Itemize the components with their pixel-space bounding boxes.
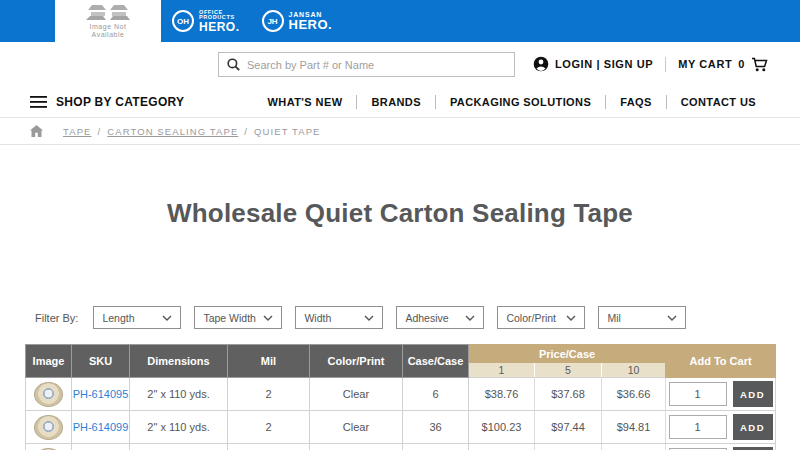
- filter-dropdown-tape-width[interactable]: Tape Width: [194, 306, 282, 329]
- office-products-hero-logo[interactable]: OH OFFICE PRODUCTS HERO.: [172, 10, 240, 33]
- filter-dropdown-mil[interactable]: Mil: [598, 306, 686, 329]
- dimensions-value: 2" x 110 yds.: [130, 411, 228, 444]
- nav-item-faqs[interactable]: FAQS: [606, 96, 666, 108]
- price-1-value: $100.23: [469, 411, 535, 444]
- breadcrumb-current: QUIET TAPE: [254, 126, 320, 137]
- nav-item-brands[interactable]: BRANDS: [357, 96, 434, 108]
- quantity-input[interactable]: [669, 415, 727, 439]
- filter-by-label: Filter By:: [35, 312, 78, 324]
- chevron-down-icon: [263, 315, 273, 321]
- hamburger-menu-icon: [30, 96, 47, 108]
- breadcrumb: TAPE / CARTON SEALING TAPE / QUIET TAPE: [0, 117, 800, 145]
- filter-dropdown-adhesive[interactable]: Adhesive: [396, 306, 484, 329]
- chevron-down-icon: [667, 315, 677, 321]
- search-input[interactable]: [247, 59, 506, 71]
- dimensions-value: 2" x 110 yds.: [130, 378, 228, 411]
- chevron-down-icon: [364, 315, 374, 321]
- search-box[interactable]: [218, 52, 515, 77]
- main-nav: SHOP BY CATEGORY WHAT'S NEW BRANDS PACKA…: [0, 86, 800, 117]
- col-header-add-to-cart: Add To Cart: [666, 345, 776, 378]
- case-case-value: 36: [403, 411, 469, 444]
- col-header-sku: SKU: [72, 345, 130, 378]
- filter-dropdown-label: Length: [102, 312, 134, 324]
- nav-item-contact-us[interactable]: CONTACT US: [667, 96, 770, 108]
- filter-dropdown-width[interactable]: Width: [295, 306, 383, 329]
- my-cart-link[interactable]: MY CART 0: [678, 57, 768, 72]
- oph-circle-icon: OH: [172, 10, 194, 32]
- filter-dropdown-label: Mil: [607, 312, 620, 324]
- breadcrumb-link-carton-sealing-tape[interactable]: CARTON SEALING TAPE: [107, 126, 238, 137]
- col-header-price-case: Price/Case: [469, 345, 666, 363]
- search-icon: [227, 58, 240, 71]
- company-logo[interactable]: Image Not Available: [55, 0, 161, 42]
- user-icon: [533, 56, 549, 72]
- logo-placeholder-line1: Image Not: [90, 23, 127, 31]
- price-10-value: $36.66: [602, 378, 666, 411]
- breadcrumb-link-tape[interactable]: TAPE: [63, 126, 92, 137]
- filter-dropdown-length[interactable]: Length: [93, 306, 181, 329]
- shop-by-category-button[interactable]: SHOP BY CATEGORY: [30, 95, 184, 109]
- color-print-value: Clear: [310, 378, 403, 411]
- price-1-value: $38.76: [469, 378, 535, 411]
- filter-dropdown-label: Tape Width: [203, 312, 256, 324]
- login-signup-link[interactable]: LOGIN | SIGN UP: [533, 56, 653, 72]
- jansan-hero-logo[interactable]: JH JANSAN HERO.: [262, 10, 333, 32]
- col-header-image: Image: [26, 345, 72, 378]
- chevron-down-icon: [465, 315, 475, 321]
- image-not-available-icon: [82, 3, 134, 23]
- case-case-value: 6: [403, 378, 469, 411]
- mil-value: 2: [228, 411, 310, 444]
- price-tier-1: 1: [469, 363, 535, 378]
- table-row: PH-614095 2" x 110 yds. 2 Clear 6 $38.76…: [26, 378, 776, 411]
- col-header-dimensions: Dimensions: [130, 345, 228, 378]
- filter-dropdown-label: Color/Print: [506, 312, 556, 324]
- filter-dropdown-label: Width: [304, 312, 331, 324]
- price-tier-5: 5: [535, 363, 602, 378]
- page-title: Wholesale Quiet Carton Sealing Tape: [0, 198, 800, 229]
- add-to-cart-button[interactable]: ADD: [733, 381, 773, 407]
- search-account-row: LOGIN | SIGN UP MY CART 0: [0, 42, 800, 86]
- account-divider: [665, 57, 666, 72]
- price-tier-10: 10: [602, 363, 666, 378]
- price-5-value: $37.68: [535, 378, 602, 411]
- home-icon[interactable]: [30, 125, 43, 137]
- login-signup-label: LOGIN | SIGN UP: [555, 58, 653, 70]
- price-5-value: $97.44: [535, 411, 602, 444]
- mil-value: 2: [228, 378, 310, 411]
- product-image-tape-roll[interactable]: [34, 415, 63, 440]
- my-cart-label: MY CART: [678, 58, 732, 70]
- filter-bar: Filter By: Length Tape Width Width Adhes…: [35, 306, 800, 329]
- sku-link[interactable]: PH-614099: [73, 421, 129, 433]
- quantity-input[interactable]: [669, 382, 727, 406]
- jansan-circle-icon: JH: [262, 10, 284, 32]
- col-header-case-case: Case/Case: [403, 345, 469, 378]
- filter-dropdown-label: Adhesive: [405, 312, 448, 324]
- product-image-tape-roll[interactable]: [34, 382, 63, 407]
- product-table: Image SKU Dimensions Mil Color/Print Cas…: [25, 344, 776, 450]
- top-brand-bar: Image Not Available OH OFFICE PRODUCTS H…: [0, 0, 800, 42]
- breadcrumb-separator: /: [244, 126, 248, 137]
- logo-placeholder-line2: Available: [92, 31, 125, 39]
- cart-count: 0: [738, 58, 745, 70]
- price-10-value: $94.81: [602, 411, 666, 444]
- add-to-cart-button[interactable]: ADD: [733, 414, 773, 440]
- chevron-down-icon: [162, 315, 172, 321]
- col-header-color-print: Color/Print: [310, 345, 403, 378]
- col-header-mil: Mil: [228, 345, 310, 378]
- sku-link[interactable]: PH-614095: [73, 388, 129, 400]
- oph-word3: HERO.: [199, 21, 240, 33]
- color-print-value: Clear: [310, 411, 403, 444]
- table-row: PH-614099 2" x 110 yds. 2 Clear 36 $100.…: [26, 411, 776, 444]
- table-row-partial: [26, 444, 776, 450]
- nav-item-packaging-solutions[interactable]: PACKAGING SOLUTIONS: [436, 96, 605, 108]
- nav-item-whats-new[interactable]: WHAT'S NEW: [254, 96, 357, 108]
- cart-icon: [751, 57, 768, 72]
- jansan-word2: HERO.: [289, 18, 333, 31]
- filter-dropdown-color-print[interactable]: Color/Print: [497, 306, 585, 329]
- chevron-down-icon: [566, 315, 576, 321]
- shop-by-category-label: SHOP BY CATEGORY: [56, 95, 184, 109]
- breadcrumb-separator: /: [98, 126, 102, 137]
